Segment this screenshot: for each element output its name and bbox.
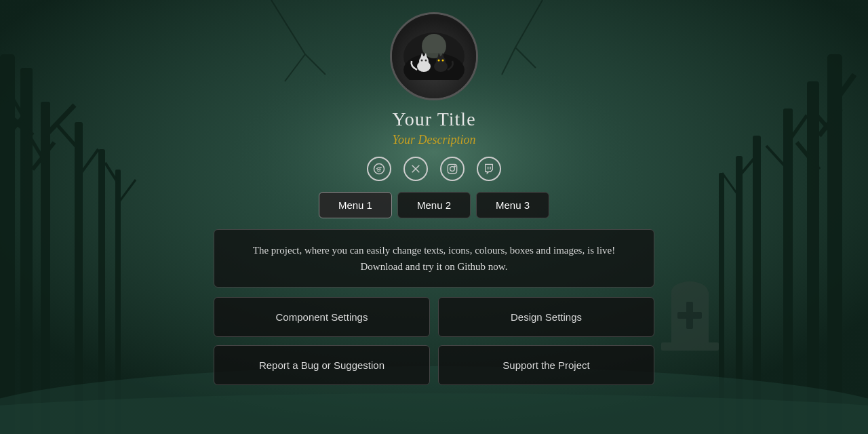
nav-menu-2[interactable]: Menu 2: [397, 192, 471, 218]
action-buttons-grid: Component Settings Design Settings Repor…: [214, 297, 654, 385]
info-box: The project, where you can easily change…: [214, 229, 654, 288]
instagram-icon[interactable]: [440, 157, 465, 181]
x-twitter-icon[interactable]: [403, 157, 428, 181]
nav-menu-3[interactable]: Menu 3: [476, 192, 549, 218]
svg-point-58: [421, 60, 423, 62]
page-description: Your Description: [393, 133, 476, 147]
nav-menu-1[interactable]: Menu 1: [319, 192, 392, 218]
social-icons-row: [367, 157, 501, 181]
svg-point-60: [438, 60, 440, 62]
design-settings-button[interactable]: Design Settings: [438, 297, 654, 337]
component-settings-button[interactable]: Component Settings: [214, 297, 430, 337]
avatar: [390, 12, 478, 100]
svg-point-59: [425, 60, 427, 62]
info-text: The project, where you can easily change…: [253, 245, 615, 272]
main-content: Your Title Your Description: [0, 0, 868, 385]
twitch-icon[interactable]: [477, 157, 501, 181]
report-bug-button[interactable]: Report a Bug or Suggestion: [214, 345, 430, 385]
page-title: Your Title: [392, 108, 475, 130]
nav-menu: Menu 1 Menu 2 Menu 3: [319, 192, 549, 218]
spotify-icon[interactable]: [367, 157, 391, 181]
svg-point-67: [454, 166, 455, 167]
avatar-image: [392, 14, 476, 98]
svg-point-61: [442, 60, 444, 62]
svg-rect-65: [448, 164, 456, 173]
support-project-button[interactable]: Support the Project: [438, 345, 654, 385]
svg-point-66: [450, 167, 455, 172]
svg-point-40: [0, 393, 868, 434]
